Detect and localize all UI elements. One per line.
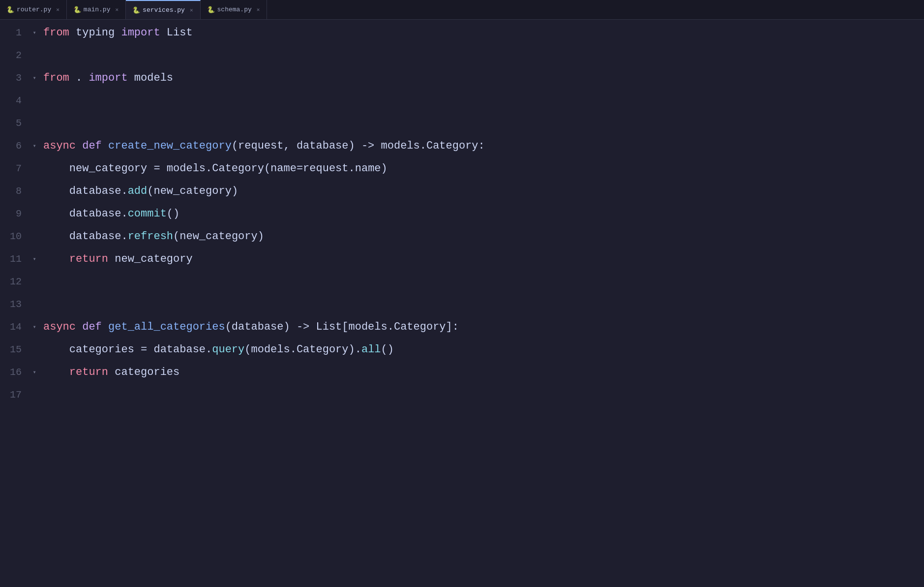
- fold-icon-6[interactable]: ▾: [32, 135, 36, 157]
- code-content-16: return categories: [39, 361, 924, 384]
- tab-close-schema[interactable]: ✕: [257, 6, 260, 13]
- token-plain: new_category = models: [43, 162, 206, 175]
- token-plain: typing: [69, 27, 121, 39]
- fold-gutter-14[interactable]: ▾: [30, 316, 39, 339]
- token-method: query: [212, 343, 244, 356]
- token-plain: [43, 253, 69, 265]
- code-line-12: 12: [0, 271, 924, 293]
- token-plain: (request, database) -> models: [232, 140, 420, 152]
- token-plain: Category): [297, 343, 355, 356]
- token-kw-import: import: [89, 72, 127, 84]
- fold-gutter-3[interactable]: ▾: [30, 67, 39, 90]
- token-kw-from: return: [69, 366, 108, 378]
- tab-label-schema: schema.py: [217, 6, 252, 13]
- line-number-16: 16: [0, 361, 30, 384]
- fold-gutter-6[interactable]: ▾: [30, 135, 39, 157]
- token-plain: categories: [108, 366, 179, 378]
- code-line-15: 15 categories = database.query(models.Ca…: [0, 339, 924, 361]
- token-dot: .: [206, 343, 212, 356]
- token-plain: (new_category): [173, 230, 264, 243]
- fold-gutter-1[interactable]: ▾: [30, 22, 39, 44]
- line-number-13: 13: [0, 293, 30, 316]
- token-method: add: [128, 185, 148, 197]
- tab-services[interactable]: 🐍services.py✕: [126, 0, 200, 19]
- fold-icon-3[interactable]: ▾: [32, 67, 36, 90]
- token-method: commit: [128, 208, 167, 220]
- token-plain: Category: [426, 140, 478, 152]
- code-content-1: from typing import List: [39, 22, 924, 44]
- code-content-3: from . import models: [39, 67, 924, 90]
- token-dot: .: [206, 162, 212, 175]
- fold-icon-14[interactable]: ▾: [32, 316, 36, 339]
- tab-close-router[interactable]: ✕: [56, 6, 60, 13]
- line-number-14: 14: [0, 316, 30, 339]
- code-line-4: 4: [0, 90, 924, 112]
- code-content-15: categories = database.query(models.Categ…: [39, 339, 924, 361]
- line-number-3: 3: [0, 67, 30, 90]
- line-number-1: 1: [0, 22, 30, 44]
- line-number-2: 2: [0, 44, 30, 67]
- tab-router[interactable]: 🐍router.py✕: [0, 0, 67, 19]
- tab-main[interactable]: 🐍main.py✕: [67, 0, 126, 19]
- tab-schema[interactable]: 🐍schema.py✕: [201, 0, 268, 19]
- tab-bar: 🐍router.py✕🐍main.py✕🐍services.py✕🐍schema…: [0, 0, 924, 20]
- token-kw-def: def: [82, 140, 102, 152]
- token-kw-from: return: [69, 253, 108, 265]
- code-line-1: 1▾from typing import List: [0, 22, 924, 44]
- token-kw-from: from: [43, 72, 69, 84]
- code-line-9: 9 database.commit(): [0, 203, 924, 225]
- line-number-4: 4: [0, 90, 30, 112]
- code-line-7: 7 new_category = models.Category(name=re…: [0, 157, 924, 180]
- line-number-10: 10: [0, 225, 30, 248]
- code-line-5: 5: [0, 112, 924, 135]
- line-number-17: 17: [0, 384, 30, 406]
- code-line-13: 13: [0, 293, 924, 316]
- code-line-14: 14▾async def get_all_categories(database…: [0, 316, 924, 339]
- token-dot: .: [121, 230, 127, 243]
- token-plain: database: [43, 208, 121, 220]
- line-number-7: 7: [0, 157, 30, 180]
- tab-label-main: main.py: [84, 6, 111, 13]
- tab-close-services[interactable]: ✕: [190, 7, 193, 13]
- code-content-11: return new_category: [39, 248, 924, 271]
- code-line-6: 6▾async def create_new_category(request,…: [0, 135, 924, 157]
- fold-icon-1[interactable]: ▾: [32, 22, 36, 44]
- token-kw-async: async: [43, 140, 76, 152]
- token-dot: .: [355, 343, 361, 356]
- token-plain: [76, 140, 82, 152]
- tab-icon-main: 🐍: [74, 6, 81, 13]
- token-kw-from: from: [43, 27, 69, 39]
- code-line-17: 17: [0, 384, 924, 406]
- fold-gutter-16[interactable]: ▾: [30, 361, 39, 384]
- token-kw-async: async: [43, 321, 76, 333]
- token-dot: .: [290, 343, 297, 356]
- fold-icon-11[interactable]: ▾: [32, 248, 36, 271]
- line-number-9: 9: [0, 203, 30, 225]
- code-line-11: 11▾ return new_category: [0, 248, 924, 271]
- tab-icon-services: 🐍: [133, 7, 140, 14]
- code-line-16: 16▾ return categories: [0, 361, 924, 384]
- token-dot: .: [121, 185, 127, 197]
- token-plain: [102, 321, 108, 333]
- tab-label-services: services.py: [143, 6, 185, 14]
- token-kw-def: def: [82, 321, 102, 333]
- code-content-9: database.commit(): [39, 203, 924, 225]
- fold-icon-16[interactable]: ▾: [32, 361, 36, 384]
- fold-gutter-11[interactable]: ▾: [30, 248, 39, 271]
- token-method: all: [361, 343, 381, 356]
- code-content-8: database.add(new_category): [39, 180, 924, 203]
- line-number-15: 15: [0, 339, 30, 361]
- code-content-10: database.refresh(new_category): [39, 225, 924, 248]
- tab-close-main[interactable]: ✕: [115, 6, 119, 13]
- line-number-12: 12: [0, 271, 30, 293]
- token-kw-import: import: [121, 27, 160, 39]
- tab-icon-router: 🐍: [7, 6, 14, 13]
- token-plain: (name=request: [264, 162, 349, 175]
- token-plain: (): [167, 208, 179, 220]
- line-number-11: 11: [0, 248, 30, 271]
- token-plain: (new_category): [147, 185, 238, 197]
- token-plain: :: [478, 140, 485, 152]
- token-plain: (database) -> List[models: [225, 321, 387, 333]
- tab-label-router: router.py: [17, 6, 51, 13]
- token-plain: name): [355, 162, 387, 175]
